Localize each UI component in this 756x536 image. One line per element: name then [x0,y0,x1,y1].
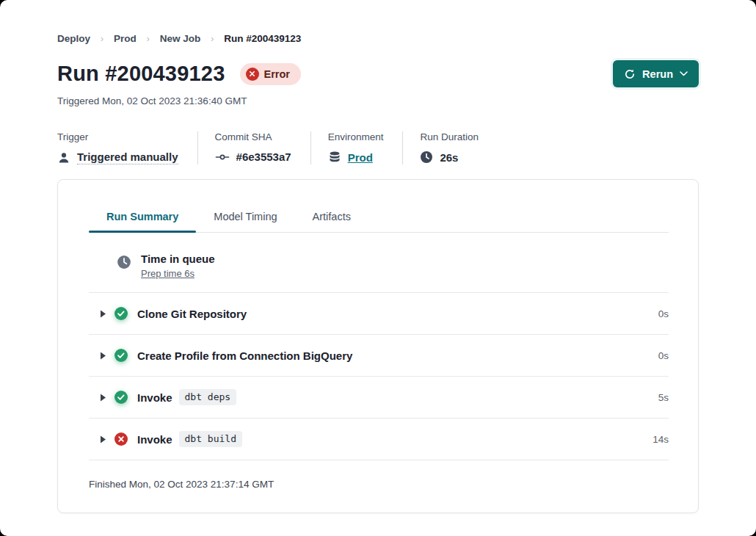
meta-trigger-label: Trigger [57,131,178,142]
meta-trigger: Trigger Triggered manually [57,131,198,164]
prep-time-link[interactable]: Prep time 6s [141,268,215,279]
tab-run-summary[interactable]: Run Summary [89,211,196,232]
step-label: Invoke [137,433,172,446]
step-label: Create Profile from Connection BigQuery [137,350,352,362]
step-duration: 0s [658,308,669,319]
step-row-create-profile[interactable]: Create Profile from Connection BigQuery … [89,335,669,377]
caret-right-icon[interactable] [100,310,106,318]
chevron-right-icon: › [147,34,150,44]
chevron-right-icon: › [211,34,214,44]
time-in-queue-row: Time in queue Prep time 6s [89,233,669,293]
person-icon [57,151,70,164]
git-commit-icon [215,152,230,162]
run-summary-card: Run Summary Model Timing Artifacts Time … [57,179,699,513]
breadcrumb-current-run: Run #200439123 [224,33,301,44]
clock-icon [117,255,131,272]
status-badge-label: Error [264,68,290,80]
page-header: Deploy › Prod › New Job › Run #200439123… [0,33,756,164]
step-row-dbt-deps[interactable]: Invoke dbt deps 5s [89,377,669,419]
rerun-button[interactable]: Rerun [613,60,699,87]
tab-model-timing[interactable]: Model Timing [196,211,294,232]
environment-link[interactable]: Prod [348,151,373,164]
caret-right-icon[interactable] [100,435,106,443]
meta-commit-label: Commit SHA [215,131,291,142]
clock-icon [420,151,433,164]
caret-right-icon[interactable] [100,352,106,360]
database-icon [328,151,341,164]
meta-environment-label: Environment [328,131,384,142]
meta-run-duration: Run Duration 26s [403,131,498,164]
meta-commit-sha: Commit SHA #6e3553a7 [198,131,311,164]
breadcrumb-new-job[interactable]: New Job [160,33,201,44]
meta-environment: Environment Prod [311,131,404,164]
title-row: Run #200439123 Error Rerun [57,60,699,87]
success-check-icon [115,391,128,404]
success-check-icon [115,307,128,320]
step-duration: 5s [658,392,669,403]
breadcrumb-prod[interactable]: Prod [114,33,137,44]
step-label: Clone Git Repository [137,308,247,320]
step-row-clone-git[interactable]: Clone Git Repository 0s [89,293,669,335]
breadcrumb-deploy[interactable]: Deploy [57,33,90,44]
error-circle-icon [246,68,259,81]
status-badge: Error [240,63,301,85]
chevron-down-icon [680,71,688,76]
rerun-button-label: Rerun [642,68,673,80]
tab-bar: Run Summary Model Timing Artifacts [89,211,669,233]
commit-sha-value: #6e3553a7 [236,151,291,163]
refresh-icon [624,68,636,80]
command-chip: dbt build [179,431,242,447]
trigger-value[interactable]: Triggered manually [77,151,178,164]
page-title: Run #200439123 [57,62,225,86]
caret-right-icon[interactable] [100,394,106,402]
chevron-right-icon: › [101,34,103,44]
command-chip: dbt deps [179,389,237,405]
meta-duration-label: Run Duration [420,131,479,142]
queue-title: Time in queue [141,253,215,265]
run-detail-page: Deploy › Prod › New Job › Run #200439123… [0,0,756,536]
breadcrumb: Deploy › Prod › New Job › Run #200439123 [57,33,699,44]
triggered-timestamp: Triggered Mon, 02 Oct 2023 21:36:40 GMT [57,95,699,106]
step-duration: 14s [653,434,669,445]
tab-artifacts[interactable]: Artifacts [295,211,368,232]
success-check-icon [115,349,128,362]
step-row-dbt-build[interactable]: Invoke dbt build 14s [89,419,669,460]
run-duration-value: 26s [440,151,458,164]
step-duration: 0s [658,350,669,361]
finished-timestamp: Finished Mon, 02 Oct 2023 21:37:14 GMT [89,460,669,490]
error-x-icon [115,432,128,446]
step-label: Invoke [137,391,172,404]
run-meta-row: Trigger Triggered manually Commit SHA [57,131,699,164]
